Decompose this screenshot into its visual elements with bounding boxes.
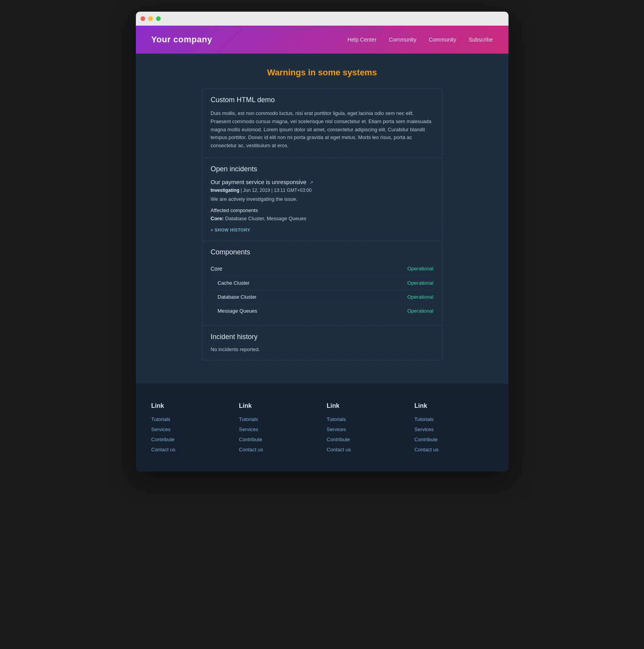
open-incidents-section: Open incidents Our payment service is un…	[202, 158, 443, 241]
components-heading: Components	[211, 248, 434, 256]
open-incidents-heading: Open incidents	[211, 165, 434, 173]
incident-meta: Investigating | Jun 12, 2019 | 13:11 GMT…	[211, 188, 434, 193]
nav-link-community-2[interactable]: Community	[429, 37, 456, 43]
traffic-light-yellow[interactable]	[148, 16, 153, 21]
footer-col-3-link-contact[interactable]: Contact us	[327, 447, 351, 452]
components-header: Components	[202, 241, 442, 262]
site-logo: Your company	[151, 35, 212, 45]
component-name-cache: Cache Cluster	[211, 280, 250, 286]
footer-col-4-heading: Link	[415, 402, 493, 409]
open-incidents-body: Our payment service is unresponsive ↗ In…	[202, 179, 442, 241]
footer-col-4-link-tutorials[interactable]: Tutorials	[415, 416, 434, 422]
components-section: Components Core Operational Cache Cluste…	[202, 241, 443, 326]
footer-col-4-link-services[interactable]: Services	[415, 426, 434, 432]
affected-label: Affected components	[211, 207, 434, 213]
custom-html-section: Custom HTML demo Duis mollis, est non co…	[202, 89, 443, 158]
footer-col-3-link-2[interactable]: Contribute	[327, 436, 405, 443]
site-footer: Link Tutorials Services Contribute Conta…	[136, 384, 509, 472]
footer-col-3-links: Tutorials Services Contribute Contact us	[327, 416, 405, 453]
nav-link-help-center[interactable]: Help Center	[347, 37, 377, 43]
incident-status: Investigating	[211, 188, 240, 193]
incident-history-section: Incident history No incidents reported.	[202, 326, 443, 360]
component-row-database: Database Cluster Operational	[211, 290, 434, 304]
footer-col-2-link-0[interactable]: Tutorials	[239, 416, 318, 423]
footer-col-3-link-tutorials[interactable]: Tutorials	[327, 416, 346, 422]
footer-col-1-link-services[interactable]: Services	[151, 426, 171, 432]
footer-col-2-link-contact[interactable]: Contact us	[239, 447, 263, 452]
footer-col-1-link-tutorials[interactable]: Tutorials	[151, 416, 170, 422]
main-nav: Help Center Community Community Subscrib…	[347, 36, 493, 43]
incident-description: We are actively investigating the issue.	[211, 196, 434, 202]
footer-col-3-link-1[interactable]: Services	[327, 426, 405, 433]
footer-col-2-links: Tutorials Services Contribute Contact us	[239, 416, 318, 453]
footer-col-3-heading: Link	[327, 402, 405, 409]
footer-col-2-link-1[interactable]: Services	[239, 426, 318, 433]
page-title: Warnings in some systems	[151, 68, 493, 78]
footer-col-2-link-3[interactable]: Contact us	[239, 446, 318, 453]
footer-col-2-link-services[interactable]: Services	[239, 426, 259, 432]
custom-html-body: Duis mollis, est non commodo luctus, nis…	[202, 110, 442, 158]
footer-col-3-link-contribute[interactable]: Contribute	[327, 437, 350, 442]
footer-col-2-link-2[interactable]: Contribute	[239, 436, 318, 443]
component-name-database: Database Cluster	[211, 294, 257, 300]
footer-col-4-link-contribute[interactable]: Contribute	[415, 437, 438, 442]
incident-title: Our payment service is unresponsive ↗	[211, 179, 434, 185]
footer-col-4-link-contact[interactable]: Contact us	[415, 447, 439, 452]
footer-col-2-heading: Link	[239, 402, 318, 409]
components-body: Core Operational Cache Cluster Operation…	[202, 262, 442, 325]
footer-col-1-link-contribute[interactable]: Contribute	[151, 437, 175, 442]
footer-col-4: Link Tutorials Services Contribute Conta…	[415, 402, 493, 456]
component-name-queues: Message Queues	[211, 308, 257, 314]
incident-history-body: No incidents reported.	[202, 346, 442, 360]
footer-col-1-link-3[interactable]: Contact us	[151, 446, 230, 453]
incident-history-heading: Incident history	[211, 333, 434, 341]
footer-col-3-link-services[interactable]: Services	[327, 426, 346, 432]
nav-item-subscribe[interactable]: Subscribe	[469, 36, 493, 43]
affected-core-label: Core:	[211, 216, 224, 221]
footer-col-3-link-0[interactable]: Tutorials	[327, 416, 405, 423]
footer-col-1-links: Tutorials Services Contribute Contact us	[151, 416, 230, 453]
nav-item-community-1[interactable]: Community	[389, 36, 417, 43]
footer-col-4-link-0[interactable]: Tutorials	[415, 416, 493, 423]
footer-col-4-links: Tutorials Services Contribute Contact us	[415, 416, 493, 453]
footer-col-1-link-0[interactable]: Tutorials	[151, 416, 230, 423]
traffic-light-red[interactable]	[141, 16, 145, 21]
component-name-core: Core	[211, 266, 222, 272]
footer-col-4-link-1[interactable]: Services	[415, 426, 493, 433]
footer-col-1-link-2[interactable]: Contribute	[151, 436, 230, 443]
component-status-core: Operational	[407, 266, 433, 271]
component-row-core: Core Operational	[211, 262, 434, 276]
footer-col-3-link-3[interactable]: Contact us	[327, 446, 405, 453]
footer-col-2-link-tutorials[interactable]: Tutorials	[239, 416, 258, 422]
affected-components: Core: Database Cluster, Message Queues	[211, 216, 434, 221]
nav-item-community-2[interactable]: Community	[429, 36, 456, 43]
external-link-icon: ↗	[309, 180, 313, 185]
incident-title-link[interactable]: Our payment service is unresponsive	[211, 179, 307, 185]
component-status-database: Operational	[407, 294, 433, 300]
nav-link-community-1[interactable]: Community	[389, 37, 417, 43]
browser-window: Your company Help Center Community Commu…	[136, 12, 509, 472]
footer-grid: Link Tutorials Services Contribute Conta…	[151, 402, 493, 456]
footer-col-1-link-1[interactable]: Services	[151, 426, 230, 433]
footer-col-4-link-2[interactable]: Contribute	[415, 436, 493, 443]
footer-col-2-link-contribute[interactable]: Contribute	[239, 437, 262, 442]
component-status-cache: Operational	[407, 280, 433, 286]
nav-links: Help Center Community Community Subscrib…	[347, 36, 493, 43]
show-history-link[interactable]: + SHOW HISTORY	[211, 228, 250, 232]
footer-col-1: Link Tutorials Services Contribute Conta…	[151, 402, 230, 456]
traffic-light-green[interactable]	[156, 16, 161, 21]
footer-col-3: Link Tutorials Services Contribute Conta…	[327, 402, 405, 456]
main-content: Warnings in some systems Custom HTML dem…	[136, 54, 509, 384]
footer-col-4-link-3[interactable]: Contact us	[415, 446, 493, 453]
custom-html-header: Custom HTML demo	[202, 89, 442, 110]
custom-html-heading: Custom HTML demo	[211, 96, 434, 104]
footer-col-2: Link Tutorials Services Contribute Conta…	[239, 402, 318, 456]
open-incidents-header: Open incidents	[202, 158, 442, 179]
no-incidents-text: No incidents reported.	[211, 346, 434, 352]
component-row-cache: Cache Cluster Operational	[211, 276, 434, 290]
custom-html-text: Duis mollis, est non commodo luctus, nis…	[211, 110, 434, 150]
nav-item-help-center[interactable]: Help Center	[347, 36, 377, 43]
footer-col-1-link-contact[interactable]: Contact us	[151, 447, 175, 452]
incident-date: Jun 12, 2019 | 13:11 GMT+03:00	[243, 188, 311, 193]
nav-link-subscribe[interactable]: Subscribe	[469, 37, 493, 43]
